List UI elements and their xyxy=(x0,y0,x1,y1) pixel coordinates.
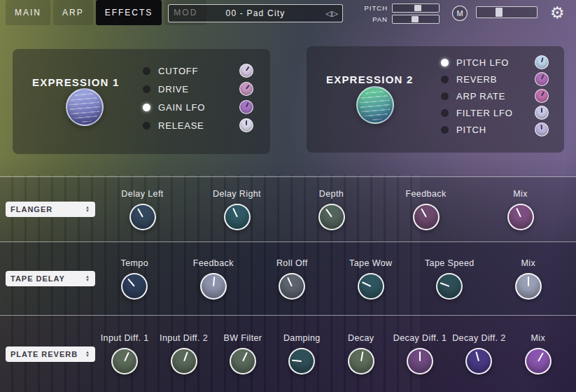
delay-right-label: Delay Right xyxy=(213,189,261,199)
delay-left-knob[interactable] xyxy=(129,204,156,230)
knob-pointer xyxy=(528,276,529,286)
reverb-label: REVERB xyxy=(456,74,527,85)
reverb-mix-knob[interactable] xyxy=(525,348,552,374)
release-radio[interactable] xyxy=(143,122,150,130)
preset-selector[interactable]: 00 - Pad City ◁ ▷ xyxy=(168,4,343,22)
knob-pointer xyxy=(213,276,215,286)
flanger-effect-selector[interactable]: FLANGER ▲▼ xyxy=(6,202,95,217)
drive-mini-knob[interactable] xyxy=(239,82,253,96)
knob-pointer xyxy=(541,57,543,62)
knob-group-input-diff-2: Input Diff. 2 xyxy=(154,333,213,374)
filter-lfo-mini-knob[interactable] xyxy=(535,106,549,120)
expression-2-knob[interactable] xyxy=(356,86,394,124)
decay-diff-1-knob[interactable] xyxy=(407,348,433,374)
input-diff-1-knob[interactable] xyxy=(111,348,138,374)
option-drive: DRIVE xyxy=(143,83,253,95)
drive-radio[interactable] xyxy=(143,85,150,93)
knob-pointer xyxy=(246,66,249,71)
bw-filter-knob[interactable] xyxy=(230,348,256,374)
depth-knob[interactable] xyxy=(318,204,345,230)
tape-speed-knob[interactable] xyxy=(436,273,463,300)
plate-reverb-selector-label: PLATE REVERB xyxy=(10,350,78,358)
knob-pointer xyxy=(516,207,521,217)
reverb-mini-knob[interactable] xyxy=(535,72,549,86)
m-button[interactable]: M xyxy=(452,6,468,21)
damping-label: Damping xyxy=(283,333,321,343)
flanger-mix-knob[interactable] xyxy=(507,204,534,230)
knob-pointer xyxy=(124,352,129,362)
flanger-mix-label: Mix xyxy=(513,189,528,199)
input-diff-2-label: Input Diff. 2 xyxy=(160,333,208,343)
tab-arp[interactable]: ARP xyxy=(53,0,93,25)
decay-diff-2-knob[interactable] xyxy=(465,348,492,374)
knob-pointer xyxy=(541,108,542,113)
release-mini-knob[interactable] xyxy=(239,118,253,132)
tape-wow-knob[interactable] xyxy=(358,273,384,300)
knob-group-bw-filter: BW Filter xyxy=(213,333,272,374)
input-diff-2-knob[interactable] xyxy=(171,348,197,374)
knob-pointer xyxy=(360,351,363,361)
roll-off-knob[interactable] xyxy=(279,273,305,300)
combo-updown-icon: ▲▼ xyxy=(85,206,90,213)
expression-1-panel: EXPRESSION 1 CUTOFF DRIVE GAIN LFO RELEA… xyxy=(13,49,270,154)
tape-feedback-knob[interactable] xyxy=(200,273,227,300)
expression-1-knob[interactable] xyxy=(66,88,104,126)
pitch-mini-knob[interactable] xyxy=(535,122,549,136)
reverb-radio[interactable] xyxy=(441,76,449,83)
knob-group-flanger-feedback: Feedback xyxy=(379,189,473,230)
knob-pointer xyxy=(292,360,302,362)
release-label: RELEASE xyxy=(158,120,232,131)
bw-filter-label: BW Filter xyxy=(223,333,262,343)
decay-knob[interactable] xyxy=(348,348,374,374)
pan-slider-handle[interactable] xyxy=(412,16,419,22)
tempo-knob[interactable] xyxy=(121,273,148,300)
volume-slider-handle[interactable] xyxy=(496,8,503,17)
preset-next-icon[interactable]: ▷ xyxy=(332,10,338,18)
gain-lfo-mini-knob[interactable] xyxy=(239,100,253,114)
pitch-row: PITCH xyxy=(358,4,440,13)
expression-2-options: PITCH LFO REVERB ARP RATE FILTER LFO PIT xyxy=(441,56,549,136)
tape-delay-effect-selector[interactable]: TAPE DELAY ▲▼ xyxy=(6,271,95,286)
tempo-label: Tempo xyxy=(120,258,148,268)
plate-reverb-effect-selector[interactable]: PLATE REVERB ▲▼ xyxy=(6,346,95,362)
pitch-label: PITCH xyxy=(358,4,388,12)
arp-rate-mini-knob[interactable] xyxy=(535,89,549,103)
decay-label: Decay xyxy=(348,333,374,343)
knob-group-decay-diff-2: Decay Diff. 2 xyxy=(449,333,508,374)
knob-pointer xyxy=(362,281,372,287)
arp-rate-radio[interactable] xyxy=(441,92,449,100)
knob-pointer xyxy=(246,120,247,125)
knob-pointer xyxy=(419,351,421,361)
pan-slider[interactable] xyxy=(392,15,440,24)
combo-updown-icon: ▲▼ xyxy=(85,351,90,358)
plate-reverb-row: PLATE REVERB ▲▼ Input Diff. 1 Input Diff… xyxy=(0,315,576,392)
drive-label: DRIVE xyxy=(158,84,232,94)
knob-pointer xyxy=(421,208,427,217)
tab-main[interactable]: MAIN xyxy=(6,0,50,25)
flanger-feedback-knob[interactable] xyxy=(413,204,440,230)
knob-pointer xyxy=(183,352,188,362)
filter-lfo-radio[interactable] xyxy=(441,109,449,117)
pitch-lfo-radio[interactable] xyxy=(441,59,449,66)
settings-gear-icon[interactable]: ⚙ xyxy=(550,4,565,23)
preset-arrows: ◁ ▷ xyxy=(325,5,338,22)
knob-group-tape-mix: Mix xyxy=(489,258,568,300)
knob-group-roll-off: Roll Off xyxy=(253,258,332,300)
cutoff-radio[interactable] xyxy=(143,67,150,75)
gain-lfo-radio[interactable] xyxy=(143,104,150,111)
pitch-slider-handle[interactable] xyxy=(414,5,421,11)
pitch-radio[interactable] xyxy=(441,126,449,134)
preset-prev-icon[interactable]: ◁ xyxy=(325,10,331,18)
tab-effects[interactable]: EFFECTS xyxy=(96,0,162,25)
pitch-slider[interactable] xyxy=(392,4,440,13)
damping-knob[interactable] xyxy=(288,348,315,374)
tape-mix-knob[interactable] xyxy=(515,273,542,300)
volume-slider[interactable] xyxy=(476,6,538,18)
input-diff-1-label: Input Diff. 1 xyxy=(101,333,149,343)
delay-right-knob[interactable] xyxy=(224,204,251,230)
cutoff-mini-knob[interactable] xyxy=(239,64,253,78)
knob-group-reverb-mix: Mix xyxy=(509,333,568,374)
knob-pointer xyxy=(476,351,480,361)
knob-pointer xyxy=(541,125,542,130)
pitch-lfo-mini-knob[interactable] xyxy=(535,55,549,69)
